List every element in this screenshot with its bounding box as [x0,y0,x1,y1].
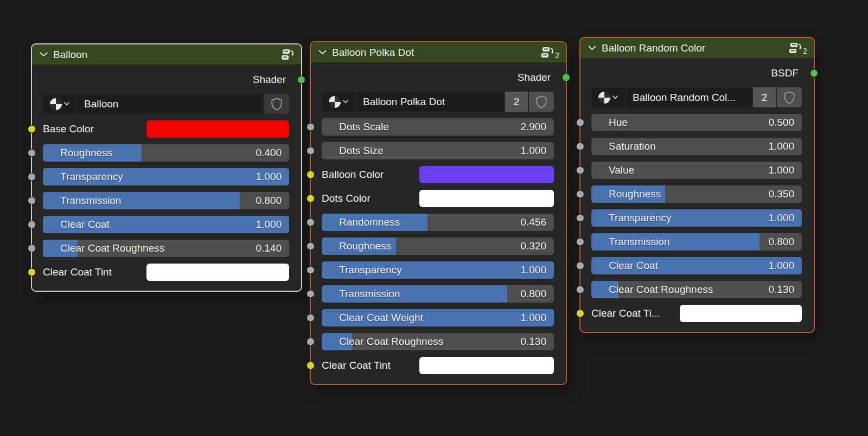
output-label: Shader [518,72,551,84]
clear-coat-slider[interactable]: Clear Coat 1.000 [591,257,802,274]
input-label: Clear Coat Ti... [591,307,680,319]
node-title: Balloon Random Color [602,42,784,54]
node-header[interactable]: Balloon Random Color 2 [580,38,814,58]
input-socket-clear-coat-roughness[interactable] [307,338,315,346]
fake-user-shield-button[interactable] [777,87,802,107]
node-editor-canvas[interactable]: Balloon Shader [0,0,868,436]
output-row-shader: Shader [43,73,289,86]
input-socket-clear-coat-roughness[interactable] [28,245,36,253]
input-label: Clear Coat Tint [43,266,146,278]
transmission-slider[interactable]: Transmission 0.800 [322,285,554,303]
input-row-roughness: Roughness 0.400 [43,144,289,162]
node-balloon-polka-dot[interactable]: Balloon Polka Dot 2 Shader [310,41,567,385]
transparency-slider[interactable]: Transparency 1.000 [591,209,802,227]
material-user-count-button[interactable]: 2 [753,87,776,107]
clear-coat-roughness-slider[interactable]: Clear Coat Roughness 0.130 [322,333,554,350]
input-socket-clear-coat[interactable] [28,221,36,229]
input-row-clear-coat-roughness: Clear Coat Roughness 0.130 [591,281,802,298]
transmission-slider[interactable]: Transmission 0.800 [591,233,802,251]
input-row-dots-color: Dots Color [322,190,554,207]
input-socket-clear-coat-tint[interactable] [307,362,315,370]
clear-coat-slider[interactable]: Clear Coat 1.000 [43,216,289,233]
input-socket-transparency[interactable] [28,173,36,181]
material-sphere-icon [50,98,62,110]
clear-coat-tint-swatch[interactable] [680,305,802,322]
input-socket-clear-coat-roughness[interactable] [576,286,584,294]
input-row-clear-coat-tint: Clear Coat Ti... [591,305,802,322]
output-socket-bsdf[interactable] [810,69,818,78]
node-header[interactable]: Balloon Polka Dot 2 [311,42,566,62]
input-socket-dots-size[interactable] [307,147,315,155]
input-row-clear-coat-roughness: Clear Coat Roughness 0.140 [43,240,289,257]
material-name-field[interactable]: Balloon Polka Dot [356,92,504,112]
output-socket-shader[interactable] [562,74,570,82]
clear-coat-tint-swatch[interactable] [419,357,554,374]
input-socket-randomness[interactable] [307,219,315,227]
base-color-swatch[interactable] [146,120,289,138]
material-browse-button[interactable] [322,92,355,112]
input-socket-dots-scale[interactable] [307,123,315,131]
balloon-color-swatch[interactable] [419,166,554,183]
collapse-chevron-down-icon[interactable] [40,52,48,57]
input-socket-transmission[interactable] [307,290,315,298]
input-socket-clear-coat-weight[interactable] [307,314,315,322]
fake-user-shield-button[interactable] [264,94,289,114]
roughness-slider[interactable]: Roughness 0.350 [591,185,802,203]
shield-icon [783,91,795,105]
input-socket-balloon-color[interactable] [307,171,315,179]
clear-coat-roughness-slider[interactable]: Clear Coat Roughness 0.140 [43,240,289,257]
saturation-field[interactable]: Saturation 1.000 [591,138,802,155]
input-socket-clear-coat-tint[interactable] [28,268,36,277]
input-socket-base-color[interactable] [28,125,36,133]
transparency-slider[interactable]: Transparency 1.000 [43,168,289,185]
node-header[interactable]: Balloon [32,44,301,65]
input-socket-saturation[interactable] [576,143,584,151]
roughness-slider[interactable]: Roughness 0.320 [322,238,554,255]
input-socket-transparency[interactable] [576,214,584,222]
fake-user-shield-button[interactable] [529,92,554,112]
dots-scale-field[interactable]: Dots Scale 2.900 [322,118,554,136]
transmission-slider[interactable]: Transmission 0.800 [43,192,289,209]
material-name-field[interactable]: Balloon Random Col... [626,87,752,107]
input-socket-clear-coat[interactable] [576,262,584,270]
input-row-transparency: Transparency 1.000 [591,209,802,227]
clear-coat-weight-slider[interactable]: Clear Coat Weight 1.000 [322,309,554,326]
hue-field[interactable]: Hue 0.500 [591,114,802,131]
input-socket-roughness[interactable] [307,242,315,251]
output-label: Shader [253,74,286,86]
randomness-slider[interactable]: Randomness 0.456 [322,214,554,231]
material-browse-button[interactable] [591,87,625,107]
input-socket-value[interactable] [576,166,584,175]
clear-coat-tint-swatch[interactable] [146,264,289,281]
input-socket-transmission[interactable] [28,197,36,205]
roughness-slider[interactable]: Roughness 0.400 [43,144,289,162]
input-socket-transmission[interactable] [576,238,584,246]
input-socket-clear-coat-tint[interactable] [576,310,584,318]
material-user-count-button[interactable]: 2 [505,92,528,112]
value-field[interactable]: Value 1.000 [591,162,802,179]
output-row-bsdf: BSDF [591,67,802,80]
transparency-slider[interactable]: Transparency 1.000 [322,261,554,279]
collapse-chevron-down-icon[interactable] [588,46,596,50]
input-socket-hue[interactable] [576,119,584,127]
material-name-field[interactable]: Balloon [78,94,263,114]
input-row-roughness: Roughness 0.320 [322,238,554,255]
input-socket-transparency[interactable] [307,266,315,274]
input-row-clear-coat: Clear Coat 1.000 [43,216,289,233]
input-label: Dots Color [322,193,419,204]
collapse-chevron-down-icon[interactable] [318,50,327,55]
input-row-value: Value 1.000 [591,162,802,179]
input-row-saturation: Saturation 1.000 [591,138,802,155]
input-socket-roughness[interactable] [28,149,36,157]
material-browse-button[interactable] [43,94,76,114]
clear-coat-roughness-slider[interactable]: Clear Coat Roughness 0.130 [591,281,802,298]
node-balloon-random-color[interactable]: Balloon Random Color 2 BSDF [579,37,815,333]
input-socket-dots-color[interactable] [307,195,315,203]
node-title: Balloon Polka Dot [332,47,536,59]
node-group-icon [282,49,295,60]
dots-size-field[interactable]: Dots Size 1.000 [322,142,554,159]
input-socket-roughness[interactable] [576,190,584,198]
output-socket-shader[interactable] [297,76,305,84]
node-balloon[interactable]: Balloon Shader [31,43,302,292]
dots-color-swatch[interactable] [419,190,554,207]
